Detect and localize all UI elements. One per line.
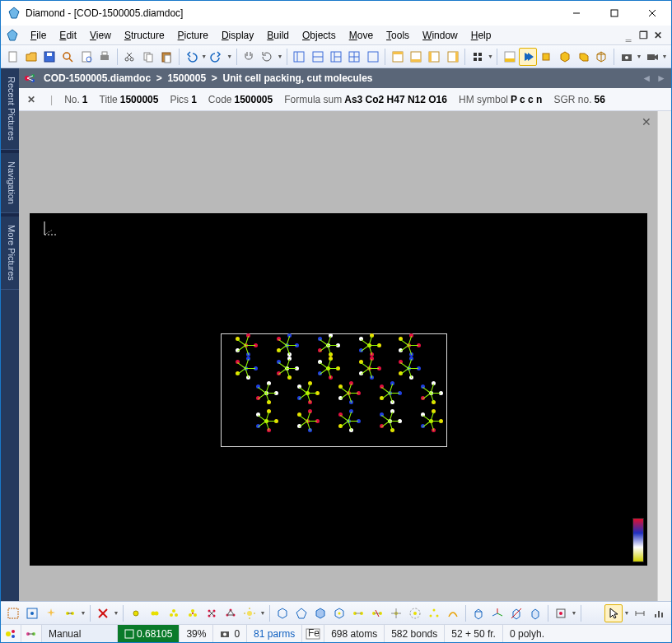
atom-pair-button[interactable] [146,604,164,622]
tool-link-dropdown[interactable]: ▼ [80,604,86,622]
tool-pick-button[interactable] [23,604,41,622]
menu-help[interactable]: Help [464,27,498,44]
poly-pent-button[interactable] [292,604,310,622]
cube-wire-button[interactable] [593,48,610,66]
menu-structure[interactable]: Structure [118,27,171,44]
layout4-button[interactable] [346,48,363,66]
structure-viewport[interactable]: ✕ document.write((function(){let h='';co… [19,111,657,601]
atom-lock-button[interactable] [184,604,202,622]
tool-select-button[interactable] [4,604,22,622]
poly-hex-button[interactable] [273,604,292,622]
light-button[interactable] [240,604,259,622]
side-tab-recent[interactable]: Recent Pictures [1,68,19,150]
record-button[interactable] [643,48,660,66]
menu-display[interactable]: Display [215,27,260,44]
delete-atom-button[interactable] [94,604,112,622]
save-button[interactable] [41,48,58,66]
bc-id[interactable]: 1500005 [167,72,206,84]
cell-cube-button[interactable] [469,604,488,622]
cell-cut-button[interactable] [507,604,525,622]
measure-button[interactable] [631,604,649,622]
maximize-button[interactable] [595,1,633,26]
grid-button[interactable] [469,48,486,66]
cursor-button[interactable] [604,604,623,622]
rotate-button[interactable] [259,48,276,66]
atom-single-button[interactable] [127,604,145,622]
camera-button[interactable] [618,48,635,66]
play-button[interactable] [519,48,536,66]
cut-button[interactable] [121,48,138,66]
status-struct-icon[interactable] [1,625,21,642]
star-del-button[interactable] [406,604,424,622]
star-button[interactable] [387,604,405,622]
bonds-del-button[interactable] [368,604,386,622]
infobar-close-button[interactable]: ✕ [24,94,39,105]
layout3-button[interactable] [327,48,344,66]
copy-button[interactable] [139,48,156,66]
rotate-dropdown[interactable]: ▼ [277,48,283,66]
panel1-button[interactable] [389,48,406,66]
panel3-button[interactable] [426,48,443,66]
redo-button[interactable] [208,48,225,66]
side-tab-navigation[interactable]: Navigation [1,153,19,213]
delete-dropdown[interactable]: ▼ [113,604,119,622]
pan-button[interactable] [240,48,257,66]
status-frag-icon[interactable] [21,625,42,642]
bc-doc[interactable]: COD-1500005.diamdoc [44,72,151,84]
poly-fill-button[interactable] [311,604,329,622]
cube-iso-button[interactable] [556,48,573,66]
fill-dropdown[interactable]: ▼ [571,604,577,622]
layout2-button[interactable] [309,48,326,66]
cube-front-button[interactable] [538,48,555,66]
open-button[interactable] [22,48,40,66]
cell-shade-button[interactable] [526,604,544,622]
side-tab-more[interactable]: More Pictures [1,217,19,290]
atom-cluster-button[interactable] [165,604,183,622]
preview-button[interactable] [77,48,95,66]
find-button[interactable] [59,48,77,66]
minimize-button[interactable] [558,1,595,26]
app-menu-icon[interactable] [6,29,19,42]
layout5-button[interactable] [364,48,381,66]
menu-objects[interactable]: Objects [296,27,343,44]
menu-build[interactable]: Build [260,27,296,44]
undo-button[interactable] [182,48,199,66]
color-bg-button[interactable] [501,48,518,66]
undo-dropdown[interactable]: ▼ [201,48,208,66]
layout1-button[interactable] [291,48,308,66]
close-button[interactable] [633,1,671,26]
render-canvas[interactable]: document.write((function(){let h='';cons… [30,213,647,566]
mdi-minimize-button[interactable]: ‗ [622,30,635,41]
cursor-dropdown[interactable]: ▼ [623,604,630,622]
bc-next-icon[interactable]: ► [656,72,666,84]
vertical-scrollbar[interactable] [657,111,671,601]
tool-link-button[interactable] [61,604,79,622]
menu-move[interactable]: Move [343,27,380,44]
record-dropdown[interactable]: ▼ [661,48,668,66]
print-button[interactable] [96,48,113,66]
panel4-button[interactable] [444,48,461,66]
status-mode[interactable]: Manual [42,625,118,642]
menu-edit[interactable]: Edit [53,27,83,44]
fill-cell-button[interactable] [552,604,570,622]
poly-dot-button[interactable] [330,604,348,622]
new-doc-button[interactable] [4,48,21,66]
grid-dropdown[interactable]: ▼ [487,48,493,66]
molecule-button[interactable] [222,604,240,622]
histogram-button[interactable] [650,604,668,622]
redo-dropdown[interactable]: ▼ [226,48,233,66]
panel2-button[interactable] [407,48,424,66]
camera-dropdown[interactable]: ▼ [636,48,642,66]
ring-button[interactable] [425,604,443,622]
mdi-restore-button[interactable]: ❐ [637,30,650,41]
cell-axes-button[interactable] [488,604,506,622]
bonds-button[interactable] [349,604,367,622]
fragment-button[interactable] [203,604,221,622]
menu-view[interactable]: View [83,27,118,44]
paste-button[interactable] [157,48,175,66]
menu-picture[interactable]: Picture [171,27,215,44]
bc-prev-icon[interactable]: ◄ [642,72,651,84]
menu-tools[interactable]: Tools [380,27,416,44]
light-dropdown[interactable]: ▼ [259,604,266,622]
mdi-close-button[interactable]: ✕ [651,30,665,41]
